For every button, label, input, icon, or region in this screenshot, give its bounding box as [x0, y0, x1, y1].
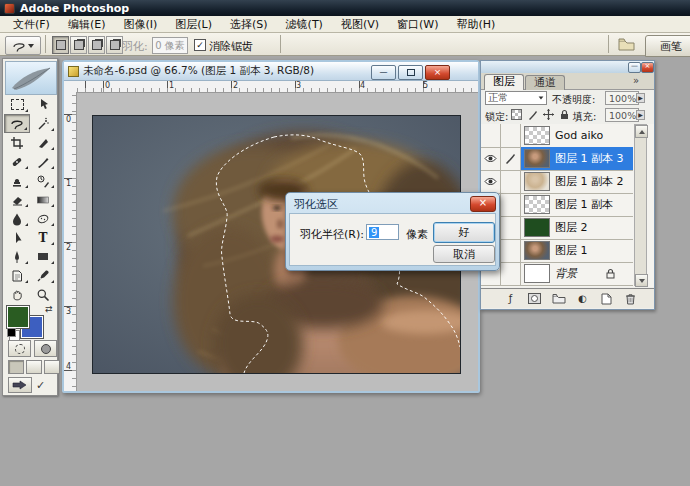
layer-name[interactable]: God aiko	[555, 129, 603, 142]
dodge-tool[interactable]	[30, 209, 56, 228]
layer-mask-button[interactable]	[527, 292, 542, 305]
layer-thumbnail[interactable]	[524, 195, 550, 214]
marquee-tool[interactable]	[4, 95, 30, 114]
link-indicator[interactable]	[501, 170, 521, 193]
lock-pixels-button[interactable]	[527, 109, 538, 120]
tab-layers[interactable]: 图层	[484, 74, 524, 90]
eraser-tool[interactable]	[4, 190, 30, 209]
crop-tool[interactable]	[4, 133, 30, 152]
delete-layer-button[interactable]	[623, 292, 638, 305]
lock-all-button[interactable]	[559, 109, 570, 120]
spinner-icon[interactable]: ▶	[636, 93, 645, 103]
link-indicator[interactable]	[501, 216, 521, 239]
path-selection-tool[interactable]	[4, 228, 30, 247]
blur-tool[interactable]	[4, 209, 30, 228]
menu-edit[interactable]: 编辑(E)	[59, 17, 115, 32]
opacity-field[interactable]: 100%▶	[605, 91, 639, 105]
feather-radius-input[interactable]: 9	[366, 224, 399, 240]
brush-tool[interactable]	[30, 152, 56, 171]
link-indicator[interactable]	[501, 193, 521, 216]
visibility-toggle[interactable]	[481, 170, 501, 193]
layer-row[interactable]: God aiko	[481, 124, 633, 148]
lock-position-button[interactable]	[543, 109, 554, 120]
minimize-button[interactable]: —	[371, 65, 396, 80]
layer-style-button[interactable]: ƒ	[503, 292, 518, 305]
blend-mode-select[interactable]: 正常	[485, 91, 547, 105]
panel-minimize-button[interactable]: —	[628, 62, 641, 73]
layer-row[interactable]: 图层 1	[481, 239, 633, 263]
slice-tool[interactable]	[30, 133, 56, 152]
history-brush-tool[interactable]	[30, 171, 56, 190]
menu-file[interactable]: 文件(F)	[4, 17, 59, 32]
hand-tool[interactable]	[4, 285, 30, 304]
lasso-tool[interactable]	[4, 114, 30, 133]
shape-tool[interactable]	[30, 247, 56, 266]
link-indicator[interactable]	[501, 124, 521, 147]
dialog-close-button[interactable]: ×	[470, 196, 496, 212]
layer-name[interactable]: 图层 2	[555, 220, 588, 235]
quick-mask-mode-button[interactable]	[34, 340, 57, 357]
ok-button[interactable]: 好	[433, 222, 495, 243]
fullscreen-button[interactable]	[44, 360, 60, 374]
scrollbar[interactable]	[634, 124, 647, 286]
foreground-color-swatch[interactable]	[7, 306, 29, 328]
layer-row[interactable]: 图层 1 副本	[481, 193, 633, 217]
close-button[interactable]: ×	[425, 65, 450, 80]
type-tool[interactable]: T	[30, 228, 56, 247]
adjustment-layer-button[interactable]: ◐	[575, 292, 590, 305]
feather-input[interactable]: 0 像素	[152, 37, 188, 54]
menu-select[interactable]: 选择(S)	[221, 17, 277, 32]
link-indicator[interactable]	[501, 262, 521, 285]
spinner-icon[interactable]: ▶	[636, 110, 645, 120]
eyedropper-tool[interactable]	[30, 266, 56, 285]
fill-field[interactable]: 100%▶	[605, 108, 639, 122]
swap-colors-icon[interactable]: ⇄	[45, 304, 53, 314]
layer-thumbnail[interactable]	[524, 264, 550, 283]
layer-main[interactable]: 图层 1 副本 3	[521, 147, 633, 170]
layer-name[interactable]: 图层 1 副本 2	[555, 174, 624, 189]
layer-thumbnail[interactable]	[524, 149, 550, 168]
menu-image[interactable]: 图像(I)	[114, 17, 166, 32]
cancel-button[interactable]: 取消	[433, 245, 495, 263]
layer-thumbnail[interactable]	[524, 241, 550, 260]
layer-row[interactable]: 背景	[481, 262, 633, 286]
standard-mode-button[interactable]	[8, 340, 31, 357]
layer-name[interactable]: 图层 1	[555, 243, 588, 258]
panel-menu-icon[interactable]: »	[633, 75, 639, 86]
layer-name[interactable]: 图层 1 副本	[555, 197, 613, 212]
add-selection-button[interactable]	[70, 36, 87, 54]
pen-tool[interactable]	[4, 247, 30, 266]
new-layer-button[interactable]	[599, 292, 614, 305]
menu-window[interactable]: 窗口(W)	[388, 17, 447, 32]
visibility-toggle[interactable]	[481, 124, 501, 147]
layer-main[interactable]: 图层 2	[521, 216, 633, 239]
scroll-down-button[interactable]	[635, 274, 648, 287]
layer-main[interactable]: 图层 1 副本 2	[521, 170, 633, 193]
layer-main[interactable]: 背景	[521, 262, 633, 285]
layer-thumbnail[interactable]	[524, 126, 550, 145]
edit-in-imageready-button[interactable]	[8, 377, 32, 393]
clone-stamp-tool[interactable]	[4, 171, 30, 190]
panel-close-button[interactable]: ×	[641, 62, 654, 73]
visibility-toggle[interactable]	[481, 147, 501, 170]
magic-wand-tool[interactable]	[30, 114, 56, 133]
layer-row[interactable]: 图层 1 副本 3	[481, 147, 633, 171]
antialias-checkbox[interactable]: ✓	[194, 39, 206, 51]
layer-row[interactable]: 图层 2	[481, 216, 633, 240]
menu-view[interactable]: 视图(V)	[332, 17, 388, 32]
palette-well-brushes-tab[interactable]: 画笔	[645, 35, 690, 57]
gradient-tool[interactable]	[30, 190, 56, 209]
standard-screen-button[interactable]	[8, 360, 24, 374]
menu-layer[interactable]: 图层(L)	[166, 17, 221, 32]
new-selection-button[interactable]	[52, 36, 69, 54]
subtract-selection-button[interactable]	[88, 36, 105, 54]
scroll-up-button[interactable]	[635, 125, 648, 138]
intersect-selection-button[interactable]	[106, 36, 123, 54]
maximize-button[interactable]	[398, 65, 423, 80]
file-browser-icon[interactable]	[618, 37, 636, 52]
default-colors-icon[interactable]	[7, 328, 16, 337]
tab-channels[interactable]: 通道	[525, 75, 565, 90]
layer-row[interactable]: 图层 1 副本 2	[481, 170, 633, 194]
lock-transparency-button[interactable]	[511, 109, 522, 120]
layer-name[interactable]: 背景	[555, 266, 577, 281]
